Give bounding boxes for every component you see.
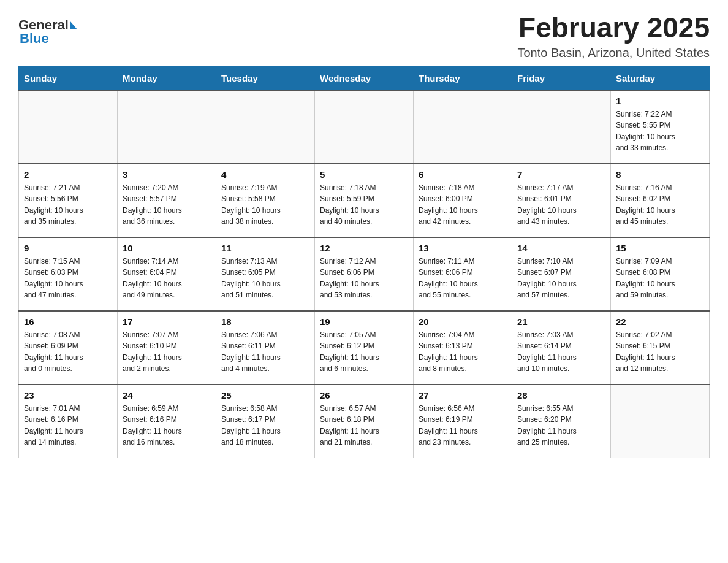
day-info: Sunrise: 7:05 AM Sunset: 6:12 PM Dayligh… [320,329,408,375]
day-info: Sunrise: 7:16 AM Sunset: 6:02 PM Dayligh… [616,182,704,228]
calendar-body: 1Sunrise: 7:22 AM Sunset: 5:55 PM Daylig… [19,90,710,458]
calendar-cell: 2Sunrise: 7:21 AM Sunset: 5:56 PM Daylig… [19,164,118,237]
day-info: Sunrise: 7:02 AM Sunset: 6:15 PM Dayligh… [616,329,704,375]
calendar-cell: 13Sunrise: 7:11 AM Sunset: 6:06 PM Dayli… [414,237,512,311]
day-info: Sunrise: 7:07 AM Sunset: 6:10 PM Dayligh… [123,329,211,375]
day-info: Sunrise: 7:14 AM Sunset: 6:04 PM Dayligh… [123,256,211,301]
day-info: Sunrise: 7:01 AM Sunset: 6:16 PM Dayligh… [24,403,112,448]
calendar-cell [414,90,512,164]
day-info: Sunrise: 7:19 AM Sunset: 5:58 PM Dayligh… [221,182,309,228]
day-info: Sunrise: 7:18 AM Sunset: 6:00 PM Dayligh… [419,182,507,228]
calendar-cell: 14Sunrise: 7:10 AM Sunset: 6:07 PM Dayli… [512,237,611,311]
day-number: 28 [517,390,605,400]
calendar-cell: 15Sunrise: 7:09 AM Sunset: 6:08 PM Dayli… [611,237,710,311]
calendar-cell: 16Sunrise: 7:08 AM Sunset: 6:09 PM Dayli… [19,311,118,385]
calendar-header: SundayMondayTuesdayWednesdayThursdayFrid… [19,66,710,90]
day-number: 15 [616,243,704,253]
calendar-week-row: 16Sunrise: 7:08 AM Sunset: 6:09 PM Dayli… [19,311,710,385]
day-info: Sunrise: 7:21 AM Sunset: 5:56 PM Dayligh… [24,182,112,228]
day-number: 3 [123,169,211,180]
calendar-cell: 3Sunrise: 7:20 AM Sunset: 5:57 PM Daylig… [118,164,216,237]
day-info: Sunrise: 7:15 AM Sunset: 6:03 PM Dayligh… [24,256,112,301]
calendar-cell: 23Sunrise: 7:01 AM Sunset: 6:16 PM Dayli… [19,385,118,458]
calendar-cell: 26Sunrise: 6:57 AM Sunset: 6:18 PM Dayli… [315,385,414,458]
calendar-cell [19,90,118,164]
calendar-cell [216,90,315,164]
day-number: 23 [24,390,112,400]
calendar-cell: 10Sunrise: 7:14 AM Sunset: 6:04 PM Dayli… [118,237,216,311]
title-section: February 2025 Tonto Basin, Arizona, Unit… [517,12,710,60]
day-info: Sunrise: 7:12 AM Sunset: 6:06 PM Dayligh… [320,256,408,301]
day-number: 22 [616,316,704,327]
day-info: Sunrise: 7:20 AM Sunset: 5:57 PM Dayligh… [123,182,211,228]
day-info: Sunrise: 7:11 AM Sunset: 6:06 PM Dayligh… [419,256,507,301]
day-number: 20 [419,316,507,327]
calendar-cell [118,90,216,164]
day-number: 26 [320,390,408,400]
logo: General Blue [18,12,77,47]
calendar-cell: 9Sunrise: 7:15 AM Sunset: 6:03 PM Daylig… [19,237,118,311]
day-number: 1 [616,96,704,106]
day-info: Sunrise: 7:18 AM Sunset: 5:59 PM Dayligh… [320,182,408,228]
logo-arrow-icon [70,21,77,29]
day-number: 13 [419,243,507,253]
day-number: 2 [24,169,112,180]
calendar-cell: 22Sunrise: 7:02 AM Sunset: 6:15 PM Dayli… [611,311,710,385]
logo-blue-text: Blue [20,31,49,47]
calendar-cell: 19Sunrise: 7:05 AM Sunset: 6:12 PM Dayli… [315,311,414,385]
day-number: 4 [221,169,309,180]
calendar-cell: 18Sunrise: 7:06 AM Sunset: 6:11 PM Dayli… [216,311,315,385]
calendar-cell: 12Sunrise: 7:12 AM Sunset: 6:06 PM Dayli… [315,237,414,311]
calendar-cell: 21Sunrise: 7:03 AM Sunset: 6:14 PM Dayli… [512,311,611,385]
day-of-week-header: Monday [118,66,216,90]
calendar-cell: 28Sunrise: 6:55 AM Sunset: 6:20 PM Dayli… [512,385,611,458]
day-info: Sunrise: 6:57 AM Sunset: 6:18 PM Dayligh… [320,403,408,448]
day-of-week-header: Friday [512,66,611,90]
day-info: Sunrise: 7:10 AM Sunset: 6:07 PM Dayligh… [517,256,605,301]
day-number: 5 [320,169,408,180]
day-of-week-header: Sunday [19,66,118,90]
calendar-cell: 27Sunrise: 6:56 AM Sunset: 6:19 PM Dayli… [414,385,512,458]
day-info: Sunrise: 7:22 AM Sunset: 5:55 PM Dayligh… [616,109,704,154]
day-number: 10 [123,243,211,253]
day-number: 21 [517,316,605,327]
day-info: Sunrise: 7:04 AM Sunset: 6:13 PM Dayligh… [419,329,507,375]
day-number: 17 [123,316,211,327]
calendar-week-row: 2Sunrise: 7:21 AM Sunset: 5:56 PM Daylig… [19,164,710,237]
calendar-cell [512,90,611,164]
calendar-cell: 11Sunrise: 7:13 AM Sunset: 6:05 PM Dayli… [216,237,315,311]
calendar-week-row: 23Sunrise: 7:01 AM Sunset: 6:16 PM Dayli… [19,385,710,458]
day-number: 9 [24,243,112,253]
month-title: February 2025 [517,12,710,44]
calendar-cell: 6Sunrise: 7:18 AM Sunset: 6:00 PM Daylig… [414,164,512,237]
calendar-cell: 5Sunrise: 7:18 AM Sunset: 5:59 PM Daylig… [315,164,414,237]
calendar-cell: 7Sunrise: 7:17 AM Sunset: 6:01 PM Daylig… [512,164,611,237]
day-info: Sunrise: 7:06 AM Sunset: 6:11 PM Dayligh… [221,329,309,375]
day-info: Sunrise: 7:08 AM Sunset: 6:09 PM Dayligh… [24,329,112,375]
day-number: 18 [221,316,309,327]
day-number: 8 [616,169,704,180]
header-row: SundayMondayTuesdayWednesdayThursdayFrid… [19,66,710,90]
calendar-cell: 24Sunrise: 6:59 AM Sunset: 6:16 PM Dayli… [118,385,216,458]
calendar-cell: 17Sunrise: 7:07 AM Sunset: 6:10 PM Dayli… [118,311,216,385]
calendar-week-row: 9Sunrise: 7:15 AM Sunset: 6:03 PM Daylig… [19,237,710,311]
day-number: 16 [24,316,112,327]
day-of-week-header: Tuesday [216,66,315,90]
calendar-cell [611,385,710,458]
day-info: Sunrise: 7:13 AM Sunset: 6:05 PM Dayligh… [221,256,309,301]
calendar-cell: 25Sunrise: 6:58 AM Sunset: 6:17 PM Dayli… [216,385,315,458]
day-number: 11 [221,243,309,253]
day-info: Sunrise: 7:03 AM Sunset: 6:14 PM Dayligh… [517,329,605,375]
day-info: Sunrise: 7:17 AM Sunset: 6:01 PM Dayligh… [517,182,605,228]
day-of-week-header: Thursday [414,66,512,90]
calendar-week-row: 1Sunrise: 7:22 AM Sunset: 5:55 PM Daylig… [19,90,710,164]
calendar-cell: 20Sunrise: 7:04 AM Sunset: 6:13 PM Dayli… [414,311,512,385]
day-number: 24 [123,390,211,400]
day-number: 7 [517,169,605,180]
day-info: Sunrise: 6:56 AM Sunset: 6:19 PM Dayligh… [419,403,507,448]
day-info: Sunrise: 7:09 AM Sunset: 6:08 PM Dayligh… [616,256,704,301]
day-number: 6 [419,169,507,180]
day-info: Sunrise: 6:55 AM Sunset: 6:20 PM Dayligh… [517,403,605,448]
calendar-cell [315,90,414,164]
calendar-table: SundayMondayTuesdayWednesdayThursdayFrid… [18,66,710,459]
